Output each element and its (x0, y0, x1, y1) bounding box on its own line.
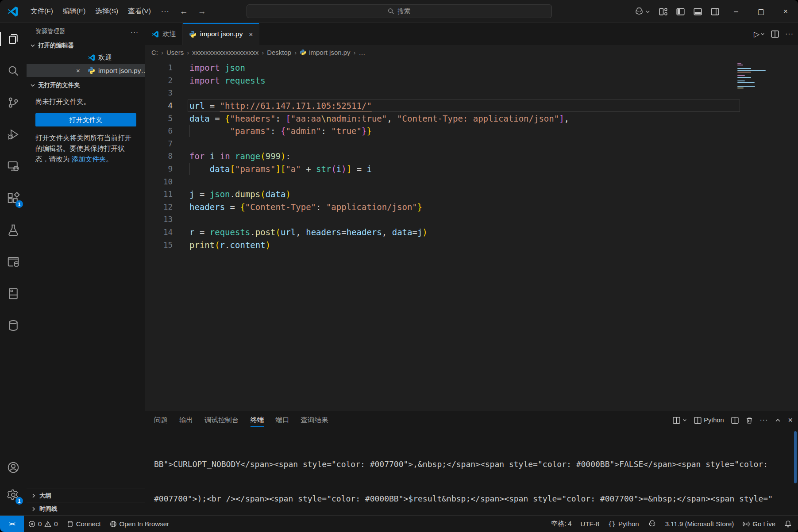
command-center-search[interactable]: 搜索 (247, 4, 552, 18)
nav-forward-icon[interactable]: → (193, 6, 211, 17)
code-editor[interactable]: 1import json2import requests34url = "htt… (145, 59, 798, 411)
activitybar-remote-explorer[interactable] (3, 156, 24, 177)
minimap[interactable] (737, 63, 768, 89)
close-panel-icon[interactable]: × (788, 416, 793, 425)
activitybar-search[interactable] (3, 60, 24, 81)
code-line[interactable]: 13 (145, 213, 798, 226)
nav-back-icon[interactable]: ← (175, 6, 193, 17)
copilot-button[interactable] (630, 0, 655, 23)
code-line[interactable]: 6 "params": {"admin": "true"}} (145, 125, 798, 138)
go-live-status[interactable]: Go Live (738, 516, 780, 532)
window-close-button[interactable]: × (773, 0, 798, 23)
code-line[interactable]: 4url = "http://61.147.171.105:52511/" (145, 100, 798, 112)
panel-tab-output[interactable]: 输出 (179, 411, 193, 429)
activitybar-testing[interactable] (3, 219, 24, 241)
activitybar-live-preview[interactable] (3, 283, 24, 304)
line-number: 2 (145, 76, 173, 85)
menu-file[interactable]: 文件(F) (26, 4, 58, 19)
editor-more-actions-icon[interactable]: ··· (785, 30, 794, 38)
code-line[interactable]: 7 (145, 138, 798, 150)
toggle-secondary-sidebar-button[interactable] (706, 0, 724, 23)
panel-tab-query-results[interactable]: 查询结果 (301, 411, 328, 429)
add-folder-link[interactable]: 添加文件夹 (72, 155, 106, 163)
terminal-output[interactable]: BB">CURLOPT_NOBODY</span><span style="co… (145, 429, 798, 515)
no-folder-header[interactable]: 无打开的文件夹 (27, 80, 145, 91)
code-line[interactable]: 5data = {"headers": ["aa:aa\nadmin:true"… (145, 112, 798, 125)
activitybar-sql-tools[interactable] (3, 251, 24, 272)
chevron-right-icon: › (354, 49, 356, 56)
split-terminal-icon[interactable] (731, 417, 739, 424)
bottom-panel: 问题 输出 调试控制台 终端 端口 查询结果 Python (145, 411, 798, 515)
encoding-status[interactable]: UTF-8 (576, 516, 604, 532)
menu-edit[interactable]: 编辑(E) (58, 4, 91, 19)
code-line[interactable]: 2import requests (145, 74, 798, 87)
notifications-bell[interactable] (780, 516, 798, 532)
activitybar-settings[interactable]: 1 (3, 484, 24, 505)
panel-tab-terminal[interactable]: 终端 (251, 411, 264, 429)
menu-overflow-icon[interactable]: ··· (156, 5, 175, 18)
activitybar-extensions[interactable]: 1 (3, 188, 24, 209)
indentation-status[interactable]: 空格: 4 (547, 516, 576, 532)
terminal-instance-python[interactable]: Python (694, 417, 724, 424)
activitybar-account[interactable] (3, 457, 24, 478)
breadcrumb-item-file[interactable]: import json.py (300, 49, 350, 56)
menu-selection[interactable]: 选择(S) (90, 4, 123, 19)
sidebar-title: 资源管理器 (35, 27, 66, 35)
code-line[interactable]: 8for i in range(999): (145, 150, 798, 163)
panel-more-actions-icon[interactable]: ··· (760, 416, 768, 424)
code-line[interactable]: 1import json (145, 61, 798, 74)
code-line[interactable]: 3 (145, 87, 798, 100)
window-maximize-button[interactable]: ▢ (748, 0, 773, 23)
panel-tab-ports[interactable]: 端口 (276, 411, 289, 429)
activitybar-database[interactable] (3, 315, 24, 336)
python-interpreter-status[interactable]: 3.11.9 (Microsoft Store) (661, 516, 739, 532)
sidebar-more-actions-icon[interactable]: ··· (131, 28, 139, 35)
breadcrumb-item[interactable]: … (359, 49, 366, 56)
chevron-right-icon (30, 492, 37, 499)
connect-status[interactable]: Connect (62, 516, 105, 532)
open-in-browser-status[interactable]: Open In Browser (105, 516, 174, 532)
open-editor-welcome[interactable]: 欢迎 (27, 51, 145, 64)
code-line[interactable]: 9 data["params"]["a" + str(i)] = i (145, 163, 798, 176)
activitybar-explorer[interactable] (3, 28, 24, 50)
activitybar-run-debug[interactable] (3, 124, 24, 145)
minimap-line (737, 68, 751, 69)
window-minimize-button[interactable]: – (724, 0, 748, 23)
panel-tab-problems[interactable]: 问题 (154, 411, 168, 429)
code-line[interactable]: 15print(r.content) (145, 238, 798, 251)
toggle-primary-sidebar-button[interactable] (672, 0, 689, 23)
open-folder-button[interactable]: 打开文件夹 (35, 113, 136, 126)
remote-indicator[interactable]: >< (0, 516, 24, 532)
split-editor-icon[interactable] (771, 30, 779, 38)
code-line[interactable]: 10 (145, 175, 798, 188)
breadcrumb-item[interactable]: xxxxxxxxxxxxxxxxxxxx (192, 49, 258, 56)
tab-close-icon[interactable]: × (249, 31, 253, 38)
code-line[interactable]: 12headers = {"Content-Type": "applicatio… (145, 201, 798, 214)
problems-status[interactable]: 0 0 (24, 516, 62, 532)
panel-tab-debug-console[interactable]: 调试控制台 (204, 411, 239, 429)
tab-welcome[interactable]: 欢迎 (145, 23, 183, 45)
run-python-button[interactable]: ▷ (754, 30, 765, 39)
open-editors-header[interactable]: 打开的编辑器 (27, 40, 145, 51)
language-mode-status[interactable]: {} Python (604, 516, 644, 532)
maximize-panel-chevron-up-icon[interactable] (775, 417, 781, 423)
close-editor-icon[interactable]: × (76, 64, 80, 77)
tab-import-json-py[interactable]: import json.py × (183, 23, 259, 45)
customize-layout-button[interactable] (655, 0, 672, 23)
outline-section[interactable]: 大纲 (27, 489, 145, 502)
toggle-panel-button[interactable] (689, 0, 706, 23)
python-file-icon (300, 49, 306, 56)
open-editor-import-json[interactable]: × import json.py… (27, 64, 145, 77)
copilot-status[interactable] (644, 516, 661, 532)
terminal-scrollbar[interactable] (794, 431, 797, 483)
breadcrumb-item[interactable]: Desktop (267, 49, 291, 56)
code-line[interactable]: 14r = requests.post(url, headers=headers… (145, 226, 798, 239)
activitybar-source-control[interactable] (3, 92, 24, 113)
menu-view[interactable]: 查看(V) (123, 4, 156, 19)
breadcrumb-item[interactable]: C: (151, 49, 158, 56)
code-line[interactable]: 11j = json.dumps(data) (145, 188, 798, 201)
breadcrumb-item[interactable]: Users (166, 49, 184, 56)
timeline-section[interactable]: 时间线 (27, 502, 145, 515)
kill-terminal-trash-icon[interactable] (746, 417, 753, 424)
launch-profile-button[interactable] (673, 417, 687, 424)
